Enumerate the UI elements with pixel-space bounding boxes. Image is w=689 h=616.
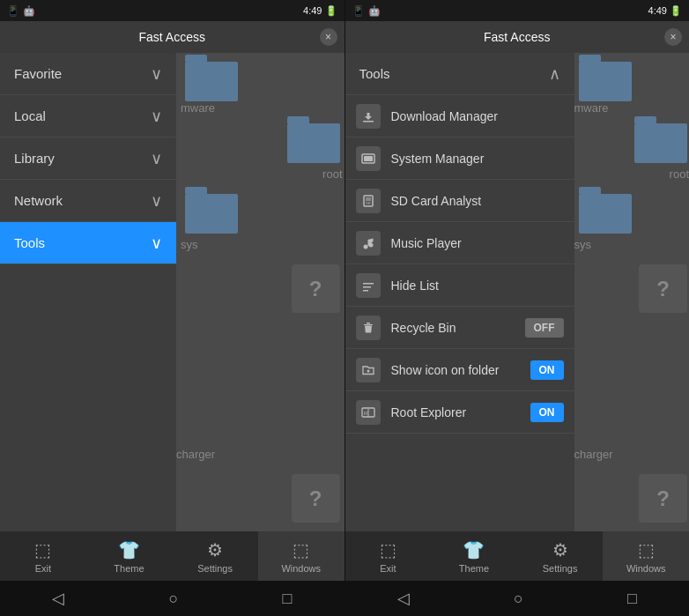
left-exit-button[interactable]: ⬚ Exit [0,531,86,581]
left-folder-2 [287,123,340,163]
right-bg-label-mware: mware [574,101,609,115]
left-favorite-label: Favorite [14,66,62,81]
left-tools-chevron: ∨ [151,234,162,253]
right-question-box-2: ? [639,474,687,523]
right-header-title: Fast Access [484,30,550,44]
svg-point-7 [363,244,367,249]
right-show-icon-toggle[interactable]: ON [530,360,564,380]
right-root-explorer-label: Root Explorer [391,405,520,419]
right-show-icon-folder-icon [356,358,381,382]
right-panel-content: Tools ∧ Download Manager [345,53,690,531]
right-root-explorer-toggle[interactable]: ON [530,403,564,422]
right-hide-list-label: Hide List [391,278,564,293]
right-music-icon [356,231,381,256]
right-sd-icon: SR [356,189,381,213]
left-recent-button[interactable]: □ [283,590,293,608]
right-status-bar: 📱 🤖 4:49 🔋 [345,0,690,21]
left-status-icons: 📱 🤖 [7,5,35,17]
right-folder-1 [579,62,632,101]
left-back-button[interactable]: ◁ [52,589,64,608]
left-settings-button[interactable]: ⚙ Settings [172,531,258,581]
right-show-icon-folder-label: Show icon on folder [391,363,520,377]
right-download-manager-label: Download Manager [391,109,564,123]
left-bg-label-sys: sys [181,238,198,251]
right-hide-list[interactable]: Hide List [345,264,574,307]
right-bg-content: mware root sys ? charger ? [574,53,690,531]
left-home-button[interactable]: ○ [168,590,178,608]
left-windows-icon: ⬚ [293,539,309,560]
left-close-button[interactable]: × [320,28,337,46]
right-exit-button[interactable]: ⬚ Exit [345,531,432,581]
right-show-icon-folder[interactable]: Show icon on folder ON [345,349,574,391]
right-folder-3 [579,194,632,234]
right-time: 4:49 [648,5,667,16]
svg-text:SR: SR [366,201,371,205]
left-question-box-2: ? [292,474,340,523]
right-windows-icon: ⬚ [638,539,655,560]
left-exit-icon: ⬚ [34,539,51,560]
left-local-chevron: ∨ [151,107,162,126]
right-windows-button[interactable]: ⬚ Windows [603,531,689,581]
right-home-button[interactable]: ○ [514,590,523,608]
left-theme-icon: 👕 [118,539,140,560]
left-nav-bar: ◁ ○ □ [0,581,344,616]
left-bg-label-mware: mware [181,101,215,115]
right-root-explorer[interactable]: R Root Explorer ON [345,391,574,434]
right-tools-header[interactable]: Tools ∧ [345,53,574,95]
left-menu-network[interactable]: Network ∨ [0,180,176,222]
left-battery-icon: 🔋 [325,5,337,17]
right-question-box-1: ? [639,264,687,313]
right-hide-icon [356,273,381,298]
left-windows-button[interactable]: ⬚ Windows [258,531,344,581]
right-root-icon: R [356,400,381,425]
right-settings-button[interactable]: ⚙ Settings [517,531,604,581]
right-download-icon [356,104,381,129]
left-bg-label-charger: charger [176,448,215,461]
right-recent-button[interactable]: □ [627,590,637,608]
right-bg-label-charger: charger [574,448,613,461]
right-theme-button[interactable]: 👕 Theme [431,531,517,581]
right-exit-icon: ⬚ [380,539,396,560]
left-menu-favorite[interactable]: Favorite ∨ [0,53,176,95]
left-fast-access-menu: Favorite ∨ Local ∨ Library ∨ Network ∨ T… [0,53,176,531]
left-panel-content: Favorite ∨ Local ∨ Library ∨ Network ∨ T… [0,53,344,531]
right-tools-label: Tools [359,66,390,81]
right-recycle-toggle[interactable]: OFF [525,318,564,338]
right-battery-icon: 🔋 [670,5,682,17]
left-local-label: Local [14,108,46,123]
right-android-icon: 🤖 [368,5,381,17]
right-recycle-icon [356,315,381,340]
left-menu-local[interactable]: Local ∨ [0,95,176,137]
left-header-title: Fast Access [139,30,205,44]
left-status-right: 4:49 🔋 [303,5,337,17]
left-phone-icon: 📱 [7,5,19,17]
right-system-manager[interactable]: System Manager [345,137,574,180]
left-bg-label-root: root [322,167,342,181]
right-status-icons: 📱 🤖 [352,5,381,17]
right-settings-icon: ⚙ [552,539,568,560]
right-app-header: Fast Access × [345,21,690,53]
right-system-icon [356,146,381,171]
left-app-header: Fast Access × [0,21,344,53]
right-sd-card-analyst[interactable]: SR SD Card Analyst [345,180,574,222]
right-back-button[interactable]: ◁ [397,589,410,608]
left-menu-library[interactable]: Library ∨ [0,137,176,180]
right-music-player[interactable]: Music Player [345,222,574,264]
left-library-label: Library [14,151,55,166]
left-bg-content: mware root sys ? charger ? [176,53,344,531]
right-theme-icon: 👕 [463,539,485,560]
left-favorite-chevron: ∨ [151,64,162,84]
right-nav-bar: ◁ ○ □ [345,581,690,616]
left-theme-button[interactable]: 👕 Theme [86,531,173,581]
left-menu-tools[interactable]: Tools ∨ [0,222,176,264]
right-recycle-bin-label: Recycle Bin [391,321,515,335]
right-recycle-bin[interactable]: Recycle Bin OFF [345,307,574,349]
left-library-chevron: ∨ [151,149,162,168]
right-music-player-label: Music Player [391,236,564,250]
left-settings-icon: ⚙ [207,539,223,560]
left-android-icon: 🤖 [23,5,35,17]
right-close-button[interactable]: × [664,28,682,46]
right-download-manager[interactable]: Download Manager [345,95,574,137]
left-time: 4:49 [303,5,322,16]
right-tools-chevron-up: ∧ [549,64,560,84]
